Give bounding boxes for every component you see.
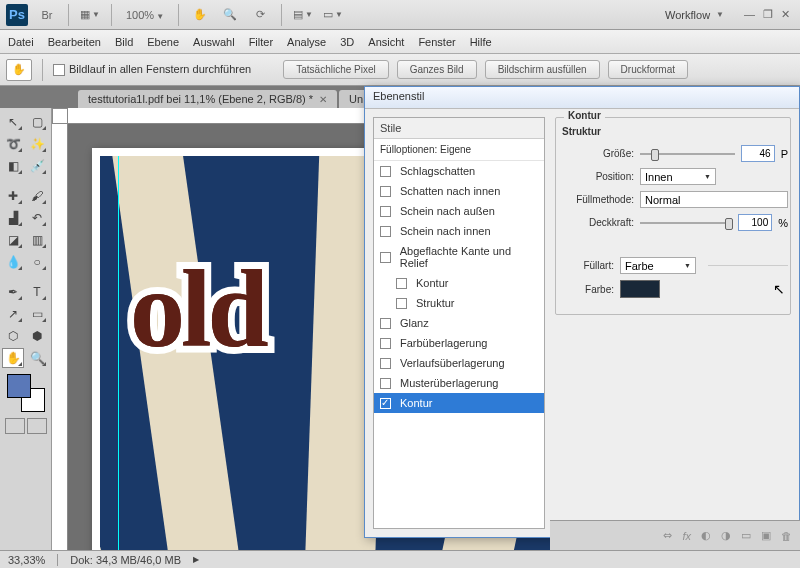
menu-ansicht[interactable]: Ansicht xyxy=(368,36,404,48)
menu-auswahl[interactable]: Auswahl xyxy=(193,36,235,48)
opacity-input[interactable] xyxy=(738,214,772,231)
history-brush-tool[interactable]: ↶ xyxy=(26,208,48,228)
shape-tool[interactable]: ▭ xyxy=(26,304,48,324)
menu-hilfe[interactable]: Hilfe xyxy=(470,36,492,48)
size-label: Größe: xyxy=(558,148,634,159)
screen-mode-icon[interactable]: ▭▼ xyxy=(322,4,344,26)
heal-tool[interactable]: ✚ xyxy=(2,186,24,206)
document-tab[interactable]: testtutoria1l.pdf bei 11,1% (Ebene 2, RG… xyxy=(78,90,337,108)
dodge-tool[interactable]: ○ xyxy=(26,252,48,272)
stamp-tool[interactable]: ▟ xyxy=(2,208,24,228)
actual-pixels-button[interactable]: Tatsächliche Pixel xyxy=(283,60,388,79)
style-item[interactable]: Schlagschatten xyxy=(374,161,544,181)
foreground-color[interactable] xyxy=(7,374,31,398)
view-extras-icon[interactable]: ▦▼ xyxy=(79,4,101,26)
style-item[interactable]: Abgeflachte Kante und Relief xyxy=(374,241,544,273)
path-select-tool[interactable]: ↗ xyxy=(2,304,24,324)
layer-mask-icon[interactable]: ◐ xyxy=(701,529,711,542)
position-dropdown[interactable]: Innen▼ xyxy=(640,168,716,185)
eyedropper-tool[interactable]: 💉 xyxy=(26,156,48,176)
style-item[interactable]: Struktur xyxy=(374,293,544,313)
group-icon[interactable]: ▭ xyxy=(741,529,751,542)
delete-layer-icon[interactable]: 🗑 xyxy=(781,530,792,542)
hand-tool-icon[interactable]: ✋ xyxy=(189,4,211,26)
style-item[interactable]: Verlaufsüberlagerung xyxy=(374,353,544,373)
marquee-tool[interactable]: ▢ xyxy=(26,112,48,132)
style-item[interactable]: Kontur xyxy=(374,393,544,413)
menu-3d[interactable]: 3D xyxy=(340,36,354,48)
layers-panel-footer: ⇔ fx ◐ ◑ ▭ ▣ 🗑 xyxy=(550,520,800,550)
ruler-vertical[interactable] xyxy=(52,124,68,550)
menu-fenster[interactable]: Fenster xyxy=(418,36,455,48)
section-kontur: Kontur xyxy=(564,110,605,121)
rotate-view-icon[interactable]: ⟳ xyxy=(249,4,271,26)
hand-tool[interactable]: ✋ xyxy=(2,348,24,368)
wand-tool[interactable]: ✨ xyxy=(26,134,48,154)
bridge-icon[interactable]: Br xyxy=(36,4,58,26)
menu-bearbeiten[interactable]: Bearbeiten xyxy=(48,36,101,48)
menubar: Datei Bearbeiten Bild Ebene Auswahl Filt… xyxy=(0,30,800,54)
print-size-button[interactable]: Druckformat xyxy=(608,60,688,79)
hand-tool-preset-icon[interactable]: ✋ xyxy=(6,59,32,81)
menu-analyse[interactable]: Analyse xyxy=(287,36,326,48)
style-item[interactable]: Schatten nach innen xyxy=(374,181,544,201)
menu-ebene[interactable]: Ebene xyxy=(147,36,179,48)
3d-tool[interactable]: ⬡ xyxy=(2,326,24,346)
menu-filter[interactable]: Filter xyxy=(249,36,273,48)
menu-bild[interactable]: Bild xyxy=(115,36,133,48)
filltype-dropdown[interactable]: Farbe▼ xyxy=(620,257,696,274)
blur-tool[interactable]: 💧 xyxy=(2,252,24,272)
blending-options-item[interactable]: Fülloptionen: Eigene xyxy=(374,139,544,161)
guide-line[interactable] xyxy=(118,156,119,550)
zoom-tool-icon[interactable]: 🔍 xyxy=(219,4,241,26)
pen-tool[interactable]: ✒ xyxy=(2,282,24,302)
style-item[interactable]: Schein nach außen xyxy=(374,201,544,221)
size-unit: P xyxy=(781,148,788,160)
layer-fx-icon[interactable]: fx xyxy=(682,530,691,542)
style-item[interactable]: Musterüberlagerung xyxy=(374,373,544,393)
eraser-tool[interactable]: ◪ xyxy=(2,230,24,250)
blendmode-dropdown[interactable]: Normal xyxy=(640,191,788,208)
fill-screen-button[interactable]: Bildschirm ausfüllen xyxy=(485,60,600,79)
quickmask-mode[interactable] xyxy=(27,418,47,434)
status-doc-size[interactable]: Dok: 34,3 MB/46,0 MB xyxy=(70,554,181,566)
3d-camera-tool[interactable]: ⬢ xyxy=(26,326,48,346)
status-zoom[interactable]: 33,33% xyxy=(8,554,45,566)
menu-datei[interactable]: Datei xyxy=(8,36,34,48)
brush-tool[interactable]: 🖌 xyxy=(26,186,48,206)
crop-tool[interactable]: ◧ xyxy=(2,156,24,176)
arrange-docs-icon[interactable]: ▤▼ xyxy=(292,4,314,26)
gradient-tool[interactable]: ▥ xyxy=(26,230,48,250)
maximize-button[interactable]: ❐ xyxy=(763,8,773,21)
filltype-label: Füllart: xyxy=(558,260,614,271)
style-item[interactable]: Farbüberlagerung xyxy=(374,333,544,353)
zoom-tool[interactable]: 🔍 xyxy=(26,348,48,368)
lasso-tool[interactable]: ➰ xyxy=(2,134,24,154)
color-swatches[interactable] xyxy=(5,374,47,412)
opacity-slider[interactable] xyxy=(640,216,732,230)
close-tab-icon[interactable]: ✕ xyxy=(319,94,327,105)
minimize-button[interactable]: — xyxy=(744,8,755,21)
style-item[interactable]: Glanz xyxy=(374,313,544,333)
style-item[interactable]: Kontur xyxy=(374,273,544,293)
type-tool[interactable]: T xyxy=(26,282,48,302)
ruler-origin[interactable] xyxy=(52,108,68,124)
style-item[interactable]: Schein nach innen xyxy=(374,221,544,241)
size-slider[interactable] xyxy=(640,147,735,161)
fit-screen-button[interactable]: Ganzes Bild xyxy=(397,60,477,79)
move-tool[interactable]: ↖ xyxy=(2,112,24,132)
adjustment-layer-icon[interactable]: ◑ xyxy=(721,529,731,542)
link-layers-icon[interactable]: ⇔ xyxy=(663,529,672,542)
standard-mode[interactable] xyxy=(5,418,25,434)
options-bar: ✋ Bildlauf in allen Fenstern durchführen… xyxy=(0,54,800,86)
new-layer-icon[interactable]: ▣ xyxy=(761,529,771,542)
workspace-switcher[interactable]: Workflow▼ xyxy=(657,6,732,24)
close-button[interactable]: ✕ xyxy=(781,8,790,21)
zoom-level[interactable]: 100%▼ xyxy=(122,9,168,21)
styles-header[interactable]: Stile xyxy=(374,118,544,139)
dialog-title[interactable]: Ebenenstil xyxy=(365,87,799,109)
size-input[interactable] xyxy=(741,145,775,162)
window-controls: — ❐ ✕ xyxy=(740,8,794,21)
scroll-all-windows-checkbox[interactable]: Bildlauf in allen Fenstern durchführen xyxy=(53,63,251,76)
color-swatch[interactable] xyxy=(620,280,660,298)
